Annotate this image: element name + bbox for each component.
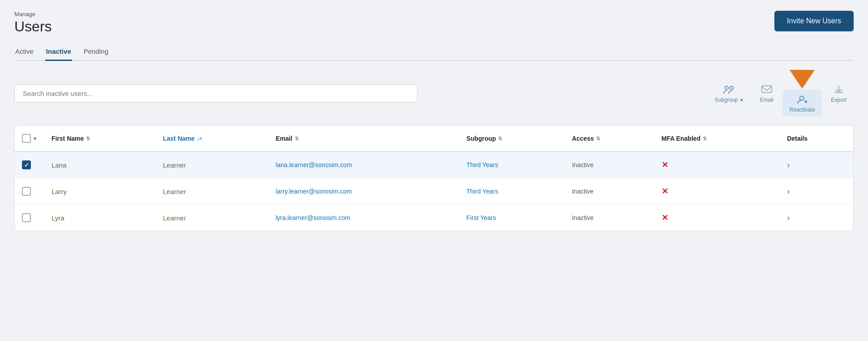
users-table-container: ▼ First Name ⇅ Last Name ↓≡ bbox=[14, 125, 854, 231]
email-icon bbox=[761, 83, 773, 95]
email-cell: larry.learner@sonosim.com bbox=[268, 178, 459, 205]
row-checkbox[interactable] bbox=[22, 160, 31, 169]
mfa-x-icon: ✕ bbox=[662, 213, 668, 222]
down-arrow-icon bbox=[790, 70, 815, 89]
tab-pending[interactable]: Pending bbox=[83, 44, 109, 61]
export-icon bbox=[833, 83, 845, 95]
svg-point-0 bbox=[725, 86, 728, 90]
subgroup-cell: Third Years bbox=[459, 178, 565, 205]
details-cell: › bbox=[780, 178, 853, 205]
email-action-button[interactable]: Email bbox=[753, 80, 781, 107]
tab-bar: Active Inactive Pending bbox=[14, 44, 854, 61]
first-name-sort-icon: ⇅ bbox=[86, 136, 90, 142]
email-label: Email bbox=[760, 97, 773, 103]
mfa-x-icon: ✕ bbox=[662, 187, 668, 196]
last-name-cell: Learner bbox=[156, 178, 269, 205]
row-checkbox-cell bbox=[15, 205, 44, 231]
toolbar: Subgroup ▼ Email bbox=[14, 70, 854, 117]
first-name-cell: Larry bbox=[44, 178, 156, 205]
svg-rect-2 bbox=[761, 86, 771, 93]
page-title: Users bbox=[14, 18, 52, 35]
table-row: Lyra Learner lyra.learner@sonosim.com Fi… bbox=[15, 205, 853, 231]
details-cell: › bbox=[780, 151, 853, 178]
row-checkbox-cell bbox=[15, 151, 44, 178]
access-cell: Inactive bbox=[565, 151, 654, 178]
details-chevron-icon[interactable]: › bbox=[787, 213, 790, 222]
subgroup-dropdown-arrow: ▼ bbox=[739, 98, 744, 103]
arrow-indicator bbox=[790, 70, 815, 89]
search-input[interactable] bbox=[14, 84, 417, 103]
tab-active[interactable]: Active bbox=[14, 44, 34, 61]
details-chevron-icon[interactable]: › bbox=[787, 160, 790, 169]
email-sort-icon: ⇅ bbox=[295, 136, 299, 142]
svg-point-1 bbox=[730, 86, 733, 90]
mfa-x-icon: ✕ bbox=[662, 160, 668, 169]
subgroup-header[interactable]: Subgroup ⇅ bbox=[459, 126, 565, 151]
access-header[interactable]: Access ⇅ bbox=[565, 126, 654, 151]
last-name-cell: Learner bbox=[156, 151, 269, 178]
export-action-button[interactable]: Export bbox=[824, 80, 854, 107]
last-name-sort-icon: ↓≡ bbox=[197, 136, 202, 141]
row-checkbox[interactable] bbox=[22, 187, 31, 196]
email-header[interactable]: Email ⇅ bbox=[268, 126, 459, 151]
export-label: Export bbox=[831, 97, 847, 103]
mfa-cell: ✕ bbox=[654, 178, 780, 205]
last-name-cell: Learner bbox=[156, 205, 269, 231]
page-header: Manage Users Invite New Users bbox=[14, 11, 854, 35]
reactivate-with-arrow: Reactivate bbox=[782, 70, 822, 117]
checkbox-dropdown-arrow[interactable]: ▼ bbox=[33, 136, 37, 141]
details-header: Details bbox=[780, 126, 853, 151]
table-row: Larry Learner larry.learner@sonosim.com … bbox=[15, 178, 853, 205]
subgroup-cell: Third Years bbox=[459, 151, 565, 178]
access-cell: Inactive bbox=[565, 178, 654, 205]
checkbox-header-cell: ▼ bbox=[15, 126, 44, 151]
mfa-header[interactable]: MFA Enabled ⇅ bbox=[654, 126, 780, 151]
users-table: ▼ First Name ⇅ Last Name ↓≡ bbox=[15, 126, 853, 231]
mfa-cell: ✕ bbox=[654, 205, 780, 231]
access-cell: Inactive bbox=[565, 205, 654, 231]
subgroup-icon bbox=[723, 83, 735, 95]
reactivate-action-button[interactable]: Reactivate bbox=[782, 90, 822, 117]
invite-new-users-button[interactable]: Invite New Users bbox=[774, 11, 854, 31]
last-name-header[interactable]: Last Name ↓≡ bbox=[156, 126, 269, 151]
first-name-cell: Lana bbox=[44, 151, 156, 178]
email-cell: lyra.learner@sonosim.com bbox=[268, 205, 459, 231]
email-cell: lana.learner@sonosim.com bbox=[268, 151, 459, 178]
mfa-cell: ✕ bbox=[654, 151, 780, 178]
reactivate-label: Reactivate bbox=[790, 107, 815, 113]
first-name-header[interactable]: First Name ⇅ bbox=[44, 126, 156, 151]
row-checkbox-cell bbox=[15, 178, 44, 205]
first-name-cell: Lyra bbox=[44, 205, 156, 231]
select-all-checkbox[interactable] bbox=[22, 134, 31, 143]
subgroup-label: Subgroup bbox=[715, 97, 738, 103]
reactivate-icon bbox=[796, 93, 808, 105]
details-chevron-icon[interactable]: › bbox=[787, 187, 790, 196]
subgroup-cell: First Years bbox=[459, 205, 565, 231]
manage-label: Manage bbox=[14, 11, 52, 17]
subgroup-action-button[interactable]: Subgroup ▼ bbox=[708, 80, 751, 107]
table-body: Lana Learner lana.learner@sonosim.com Th… bbox=[15, 151, 853, 231]
table-header-row: ▼ First Name ⇅ Last Name ↓≡ bbox=[15, 126, 853, 151]
access-sort-icon: ⇅ bbox=[596, 136, 600, 142]
svg-point-3 bbox=[799, 96, 804, 100]
details-cell: › bbox=[780, 205, 853, 231]
row-checkbox[interactable] bbox=[22, 213, 31, 222]
tab-inactive[interactable]: Inactive bbox=[45, 44, 72, 61]
table-row: Lana Learner lana.learner@sonosim.com Th… bbox=[15, 151, 853, 178]
subgroup-sort-icon: ⇅ bbox=[498, 136, 502, 142]
mfa-sort-icon: ⇅ bbox=[703, 136, 707, 142]
page-title-area: Manage Users bbox=[14, 11, 52, 35]
toolbar-actions: Subgroup ▼ Email bbox=[708, 70, 854, 117]
